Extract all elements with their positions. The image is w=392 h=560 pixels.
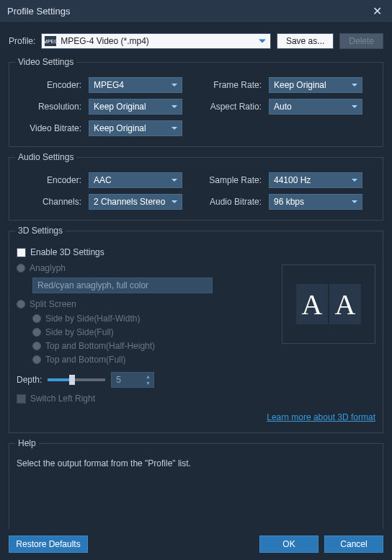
help-legend: Help	[15, 438, 39, 448]
anaglyph-mode-select: Red/cyan anaglyph, full color	[32, 277, 213, 293]
audio-encoder-select[interactable]: AAC	[89, 172, 182, 188]
anaglyph-row: Anaglyph	[17, 263, 270, 273]
aspectratio-label: Aspect Ratio:	[190, 102, 262, 112]
spin-down-icon[interactable]: ▼	[143, 380, 153, 386]
audio-settings-group: Audio Settings Encoder: AAC Sample Rate:…	[9, 157, 383, 221]
sbs-full-radio	[32, 328, 41, 337]
resolution-label: Resolution:	[17, 102, 81, 112]
samplerate-label: Sample Rate:	[190, 175, 262, 185]
audio-legend: Audio Settings	[15, 152, 76, 162]
learn-more-link[interactable]: Learn more about 3D format	[267, 412, 375, 422]
close-icon[interactable]: ✕	[370, 3, 385, 19]
switch-lr-checkbox	[17, 394, 26, 404]
channels-select[interactable]: 2 Channels Stereo	[89, 194, 182, 210]
profile-row: Profile: MPEG MPEG-4 Video (*.mp4) Save …	[0, 23, 392, 62]
help-group: Help Select the output format from the "…	[9, 443, 383, 530]
tab-full-radio	[32, 355, 41, 364]
preview-right-a: A	[329, 284, 361, 324]
3d-settings-group: 3D Settings Enable 3D Settings Anaglyph …	[9, 231, 383, 433]
enable-3d-row[interactable]: Enable 3D Settings	[17, 247, 375, 257]
chevron-down-icon	[352, 105, 357, 108]
video-encoder-label: Encoder:	[17, 80, 81, 90]
spin-up-icon[interactable]: ▲	[143, 373, 153, 380]
depth-row: Depth: 5 ▲▼	[17, 372, 270, 388]
chevron-down-icon	[352, 84, 357, 86]
preview-left-a: A	[296, 284, 328, 324]
switch-lr-label: Switch Left Right	[30, 394, 95, 404]
switch-lr-row: Switch Left Right	[17, 394, 270, 404]
audio-encoder-label: Encoder:	[17, 175, 81, 185]
profile-label: Profile:	[9, 36, 35, 46]
chevron-down-icon	[352, 179, 357, 182]
delete-button: Delete	[339, 33, 383, 49]
framerate-label: Frame Rate:	[190, 80, 262, 90]
chevron-down-icon	[172, 105, 177, 108]
video-legend: Video Settings	[15, 57, 76, 67]
slider-thumb[interactable]	[69, 375, 75, 385]
save-as-button[interactable]: Save as...	[277, 33, 334, 49]
sbs-half-radio	[32, 314, 41, 323]
tab-half-row: Top and Bottom(Half-Height)	[32, 341, 270, 351]
ok-button[interactable]: OK	[259, 535, 318, 553]
video-bitrate-label: Video Bitrate:	[17, 123, 81, 133]
chevron-down-icon	[172, 127, 177, 130]
video-settings-group: Video Settings Encoder: MPEG4 Frame Rate…	[9, 62, 383, 147]
3d-preview: A A	[282, 265, 375, 344]
splitscreen-row: Split Screen	[17, 299, 270, 309]
profile-select[interactable]: MPEG MPEG-4 Video (*.mp4)	[41, 33, 271, 49]
tab-half-radio	[32, 342, 41, 350]
resolution-select[interactable]: Keep Original	[89, 99, 182, 115]
sbs-full-row: Side by Side(Full)	[32, 327, 270, 337]
chevron-down-icon	[259, 40, 266, 43]
profile-value: MPEG-4 Video (*.mp4)	[61, 36, 149, 46]
audio-bitrate-label: Audio Bitrate:	[190, 197, 262, 207]
splitscreen-label: Split Screen	[30, 299, 76, 309]
footer: Restore Defaults OK Cancel	[0, 528, 392, 560]
chevron-down-icon	[352, 200, 357, 203]
mpeg-icon: MPEG	[45, 36, 56, 46]
samplerate-select[interactable]: 44100 Hz	[269, 172, 362, 188]
channels-label: Channels:	[17, 197, 81, 207]
video-encoder-select[interactable]: MPEG4	[89, 77, 182, 93]
depth-label: Depth:	[17, 375, 42, 385]
video-bitrate-select[interactable]: Keep Original	[89, 120, 182, 136]
titlebar: Profile Settings ✕	[0, 0, 392, 23]
anaglyph-radio	[17, 264, 25, 272]
chevron-down-icon	[172, 179, 177, 182]
framerate-select[interactable]: Keep Original	[269, 77, 362, 93]
enable-3d-checkbox[interactable]	[17, 248, 26, 257]
chevron-down-icon	[172, 200, 177, 203]
anaglyph-label: Anaglyph	[30, 263, 66, 273]
chevron-down-icon	[172, 84, 177, 86]
depth-slider[interactable]	[48, 378, 105, 381]
sbs-half-row: Side by Side(Half-Width)	[32, 314, 270, 324]
depth-spinner[interactable]: 5 ▲▼	[111, 372, 154, 388]
window-title: Profile Settings	[7, 6, 70, 17]
splitscreen-radio	[17, 300, 25, 308]
audio-bitrate-select[interactable]: 96 kbps	[269, 194, 362, 210]
help-text: Select the output format from the "Profi…	[17, 458, 375, 468]
enable-3d-label: Enable 3D Settings	[30, 247, 104, 257]
restore-defaults-button[interactable]: Restore Defaults	[9, 535, 88, 553]
cancel-button[interactable]: Cancel	[324, 535, 383, 553]
tab-full-row: Top and Bottom(Full)	[32, 355, 270, 365]
aspectratio-select[interactable]: Auto	[269, 99, 362, 115]
3d-legend: 3D Settings	[15, 226, 66, 236]
